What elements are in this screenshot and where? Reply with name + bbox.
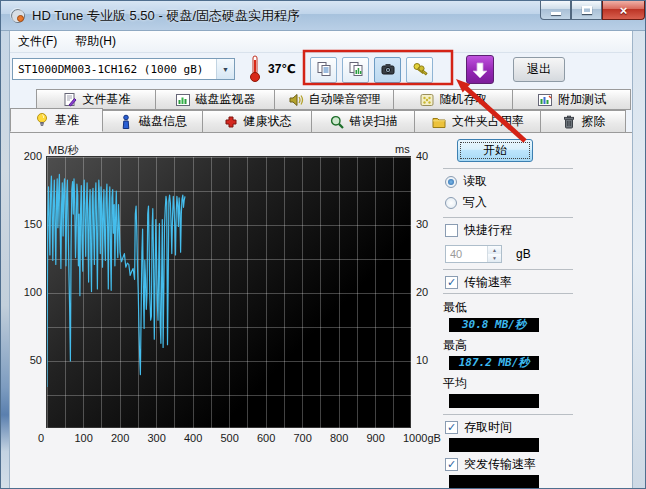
benchmark-bulb-icon xyxy=(34,112,50,128)
x-tick-label: 800 xyxy=(330,432,348,444)
avg-value-display xyxy=(449,394,539,408)
burst-rate-label: 突发传输速率 xyxy=(464,456,536,473)
checkbox-icon: ✓ xyxy=(445,421,458,434)
app-icon xyxy=(10,8,26,24)
tab-label: 磁盘监视器 xyxy=(196,91,256,108)
read-radio-label: 读取 xyxy=(463,173,487,190)
disk-info-icon xyxy=(118,114,134,130)
download-button[interactable] xyxy=(466,55,494,84)
tab-aam-speaker[interactable]: 自动噪音管理 xyxy=(274,89,394,110)
write-radio-label: 写入 xyxy=(463,194,487,211)
benchmark-chart: MB/秒 ms 01002003004005006007008009001000… xyxy=(10,133,441,453)
divider xyxy=(443,217,573,218)
tab-label: 自动噪音管理 xyxy=(309,91,381,108)
tab-label: 附加测试 xyxy=(558,91,606,108)
random-access-icon xyxy=(419,92,435,108)
access-time-label: 存取时间 xyxy=(464,419,512,436)
disk-monitor-icon xyxy=(175,92,191,108)
benchmark-page: MB/秒 ms 01002003004005006007008009001000… xyxy=(10,132,632,488)
tab-error-scan[interactable]: 错误扫描 xyxy=(311,110,415,132)
health-cross-icon xyxy=(223,114,239,130)
radio-icon xyxy=(445,176,457,188)
radio-icon xyxy=(445,197,457,209)
screenshot-button[interactable] xyxy=(374,57,401,83)
min-value-display: 30.8 MB/秒 xyxy=(449,318,539,332)
chevron-down-icon: ▼ xyxy=(216,59,234,79)
download-arrow-icon xyxy=(472,61,488,79)
menu-file[interactable]: 文件(F) xyxy=(10,31,65,52)
tab-erase-trash[interactable]: 擦除 xyxy=(540,110,626,132)
write-radio[interactable]: 写入 xyxy=(445,194,581,211)
minimize-button[interactable] xyxy=(540,1,571,20)
tab-label: 随机存取 xyxy=(440,91,488,108)
x-tick-label: 600 xyxy=(257,432,275,444)
copy-image-icon xyxy=(348,61,364,80)
copy-text-icon xyxy=(316,61,332,80)
y-left-tick-label: 150 xyxy=(14,218,42,230)
thermometer-icon xyxy=(246,54,264,84)
minimize-icon xyxy=(551,12,561,15)
transfer-rate-checkbox[interactable]: ✓ 传输速率 xyxy=(445,274,581,291)
max-value-display: 187.2 MB/秒 xyxy=(449,356,539,370)
tab-label: 擦除 xyxy=(582,113,606,130)
access-time-display xyxy=(449,438,539,452)
read-radio[interactable]: 读取 xyxy=(445,173,581,190)
folder-usage-icon xyxy=(431,114,447,130)
tab-extra-tests[interactable]: 附加测试 xyxy=(512,89,631,110)
x-tick-label: 1000gB xyxy=(403,432,441,444)
window-left-border xyxy=(1,31,10,488)
transfer-rate-label: 传输速率 xyxy=(464,274,512,291)
aam-speaker-icon xyxy=(288,92,304,108)
checkbox-icon: ✓ xyxy=(445,458,458,471)
short-stroke-checkbox[interactable]: 快捷行程 xyxy=(445,222,581,239)
checkbox-icon xyxy=(445,224,458,237)
x-tick-label: 300 xyxy=(148,432,166,444)
divider xyxy=(443,269,573,270)
exit-button[interactable]: 退出 xyxy=(513,57,565,82)
hdtune-window: HD Tune 专业版 5.50 - 硬盘/固态硬盘实用程序 × 文件(F) 帮… xyxy=(0,0,646,489)
maximize-button[interactable] xyxy=(571,1,602,20)
tab-label: 文件夹占用率 xyxy=(452,113,524,130)
access-time-checkbox[interactable]: ✓ 存取时间 xyxy=(445,419,581,436)
maximize-icon xyxy=(582,6,592,14)
camera-icon xyxy=(380,61,396,80)
keys-icon xyxy=(412,61,428,80)
tab-label: 健康状态 xyxy=(244,113,292,130)
screenshot-toolbar-buttons xyxy=(310,57,433,83)
divider xyxy=(443,414,573,415)
y-right-tick-label: 10 xyxy=(416,354,428,366)
divider xyxy=(443,168,573,169)
tab-disk-info[interactable]: 磁盘信息 xyxy=(102,110,203,132)
tab-folder-usage[interactable]: 文件夹占用率 xyxy=(414,110,541,132)
stepper-arrows-icon[interactable]: ▲▼ xyxy=(487,246,501,262)
tab-file-benchmark[interactable]: 文件基准 xyxy=(36,89,156,110)
drive-select[interactable]: ST1000DM003-1CH162 (1000 gB) ▼ xyxy=(12,58,235,80)
tab-label: 基准 xyxy=(55,112,79,129)
burst-rate-display xyxy=(449,475,539,489)
tab-benchmark-bulb[interactable]: 基准 xyxy=(10,108,103,132)
y-right-tick-label: 40 xyxy=(416,150,428,162)
start-button[interactable]: 开始 xyxy=(457,139,533,162)
copy-image-button[interactable] xyxy=(342,57,369,83)
y-right-tick-label: 20 xyxy=(416,286,428,298)
options-keys-button[interactable] xyxy=(406,57,433,83)
tab-row-primary: 基准磁盘信息健康状态错误扫描文件夹占用率擦除 xyxy=(10,110,625,132)
erase-trash-icon xyxy=(561,114,577,130)
burst-rate-checkbox[interactable]: ✓ 突发传输速率 xyxy=(445,456,581,473)
tab-health-cross[interactable]: 健康状态 xyxy=(202,110,312,132)
x-tick-label: 400 xyxy=(184,432,202,444)
avg-label: 平均 xyxy=(443,375,581,392)
x-tick-label: 900 xyxy=(367,432,385,444)
y-axis-right-title: ms xyxy=(395,143,410,155)
copy-text-button[interactable] xyxy=(310,57,337,83)
y-left-tick-label: 200 xyxy=(14,150,42,162)
tab-disk-monitor[interactable]: 磁盘监视器 xyxy=(155,89,275,110)
short-stroke-stepper[interactable]: 40 ▲▼ xyxy=(445,245,502,263)
y-left-tick-label: 50 xyxy=(14,354,42,366)
x-tick-label: 700 xyxy=(294,432,312,444)
menu-bar: 文件(F) 帮助(H) xyxy=(2,31,644,53)
tab-random-access[interactable]: 随机存取 xyxy=(393,89,513,110)
menu-help[interactable]: 帮助(H) xyxy=(67,31,124,52)
close-button[interactable]: × xyxy=(602,1,645,20)
max-label: 最高 xyxy=(443,337,581,354)
